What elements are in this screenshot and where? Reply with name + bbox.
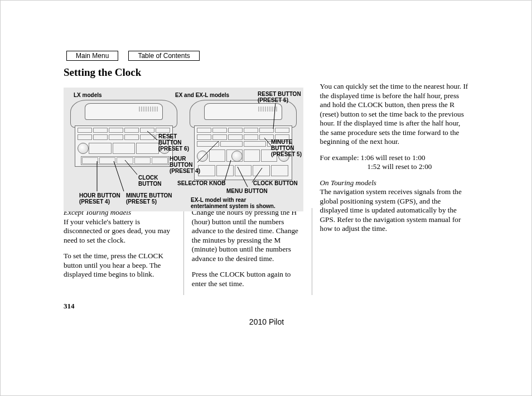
content-area: Main Menu Table of Contents Setting the …	[64, 51, 470, 295]
page: Main Menu Table of Contents Setting the …	[0, 0, 532, 396]
col3-para-2: The navigation system receives signals f…	[320, 187, 470, 234]
menu-button-label: MENU BUTTON	[226, 188, 268, 194]
minute-button-label-lx: MINUTE BUTTON (PRESET 5)	[126, 192, 172, 205]
col3-example: For example: 1:06 will reset to 1:00 1:5…	[320, 153, 470, 172]
diagram-panel: LX models EX and EX-L models	[64, 88, 303, 211]
reset-button-label-ex: RESET BUTTON (PRESET 6)	[258, 91, 301, 103]
hour-button-label-ex: HOUR BUTTON (PRESET 4)	[170, 156, 200, 174]
hour-button-label-lx: HOUR BUTTON (PRESET 4)	[79, 192, 120, 205]
clock-button-label-lx: CLOCK BUTTON	[138, 175, 161, 187]
column-2: Change the hours by pressing the H (hour…	[192, 208, 304, 295]
col2-para-2: Press the CLOCK button again to enter th…	[192, 270, 304, 288]
example-label: For example:	[320, 153, 359, 162]
col3-subhead: On Touring models	[320, 178, 470, 188]
main-menu-button[interactable]: Main Menu	[66, 51, 118, 61]
column-3: You can quickly set the time to the near…	[320, 82, 470, 295]
col2-para-1: Change the hours by pressing the H (hour…	[192, 208, 304, 263]
col1-para-1: If your vehicle's battery is disconnecte…	[64, 218, 176, 245]
nav-bar: Main Menu Table of Contents	[66, 51, 470, 61]
selector-knob-label: SELECTOR KNOB	[177, 180, 226, 186]
col1-para-2: To set the time, press the CLOCK button …	[64, 252, 176, 279]
minute-button-label-ex: MINUTE BUTTON (PRESET 5)	[271, 139, 302, 157]
ex-models-label: EX and EX-L models	[175, 92, 229, 98]
column-separator-1	[183, 208, 184, 295]
column-1: Except Touring models If your vehicle's …	[64, 208, 176, 295]
toc-button[interactable]: Table of Contents	[128, 51, 199, 61]
lx-models-label: LX models	[74, 92, 102, 98]
page-number: 314	[64, 302, 75, 311]
reset-button-label-lx: RESET BUTTON (PRESET 6)	[158, 133, 189, 152]
clock-button-label-ex: CLOCK BUTTON	[253, 180, 298, 186]
page-title: Setting the Clock	[64, 66, 470, 79]
footer-model-year: 2010 Pilot	[1, 317, 532, 326]
column-separator-2	[312, 208, 312, 295]
example-line-1: 1:06 will reset to 1:00	[361, 153, 425, 162]
exl-note-label: EX-L model with rear entertainment syste…	[191, 197, 275, 209]
col3-para-1: You can quickly set the time to the near…	[320, 82, 470, 147]
example-line-2: 1:52 will reset to 2:00	[367, 162, 432, 172]
